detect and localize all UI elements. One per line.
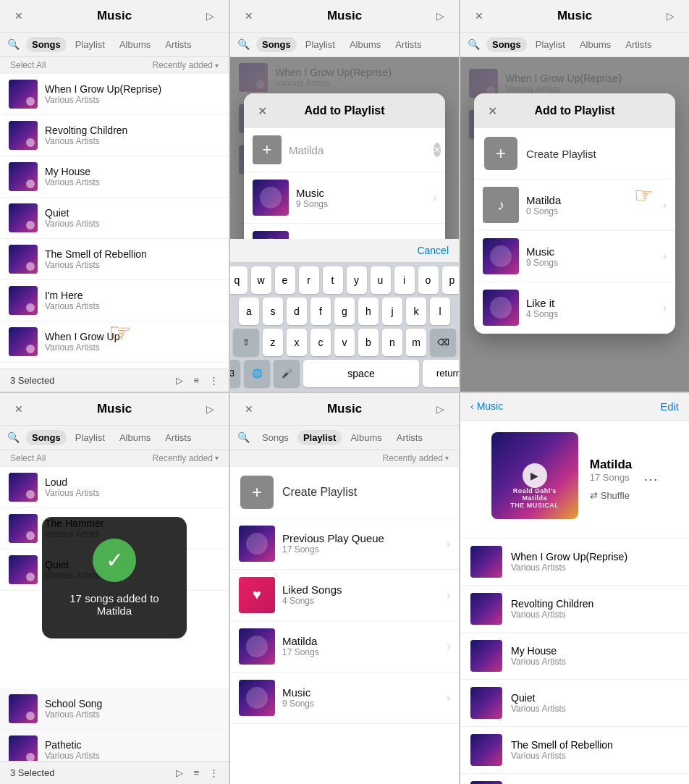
album-play-btn[interactable]: ▶ bbox=[523, 463, 547, 488]
key-i[interactable]: i bbox=[394, 266, 415, 294]
tab-songs[interactable]: Songs bbox=[26, 430, 67, 445]
tab-albums[interactable]: Albums bbox=[344, 430, 387, 445]
back-button[interactable]: ‹ Music bbox=[470, 400, 503, 412]
tab-artists[interactable]: Artists bbox=[391, 430, 428, 445]
tab-songs[interactable]: Songs bbox=[26, 37, 67, 52]
play-next-icon[interactable]: ▷ bbox=[201, 400, 219, 418]
close-icon[interactable]: ✕ bbox=[240, 7, 258, 25]
key-l[interactable]: l bbox=[430, 298, 450, 325]
key-e[interactable]: e bbox=[275, 266, 295, 294]
key-backspace[interactable]: ⌫ bbox=[430, 329, 456, 356]
key-a[interactable]: a bbox=[239, 298, 259, 325]
key-q[interactable]: q bbox=[230, 266, 248, 294]
key-mic[interactable]: 🎤 bbox=[274, 360, 300, 387]
tab-playlist[interactable]: Playlist bbox=[297, 430, 342, 445]
key-r[interactable]: r bbox=[299, 266, 319, 294]
cancel-link[interactable]: Cancel bbox=[417, 245, 449, 256]
key-j[interactable]: j bbox=[382, 298, 402, 325]
key-t[interactable]: t bbox=[323, 266, 343, 294]
tab-albums[interactable]: Albums bbox=[114, 37, 156, 52]
close-icon[interactable]: ✕ bbox=[10, 7, 28, 25]
play-icon[interactable]: ▷ bbox=[176, 375, 183, 386]
play-next-icon[interactable]: ▷ bbox=[201, 7, 219, 25]
more-options-btn[interactable]: ⋯ bbox=[643, 471, 658, 488]
key-d[interactable]: d bbox=[287, 298, 307, 325]
shuffle-button[interactable]: ⇄ Shuffle bbox=[590, 490, 633, 501]
more-icon[interactable]: ⋮ bbox=[209, 767, 219, 778]
input-clear-btn[interactable]: ✕ bbox=[434, 143, 441, 157]
close-icon[interactable]: ✕ bbox=[240, 400, 258, 418]
playlist-name-input[interactable] bbox=[289, 144, 426, 156]
key-w[interactable]: w bbox=[251, 266, 271, 294]
select-all[interactable]: Select All bbox=[10, 60, 46, 70]
song-item[interactable]: When I Grow Up Various Artists bbox=[0, 321, 229, 363]
playlist-item-music[interactable]: Music 9 Songs › bbox=[230, 673, 459, 724]
key-globe[interactable]: 🌐 bbox=[244, 360, 270, 387]
sort-label-5[interactable]: Recently added ▾ bbox=[383, 453, 449, 463]
tab-albums[interactable]: Albums bbox=[574, 37, 617, 52]
search-icon[interactable]: 🔍 bbox=[236, 430, 250, 444]
tab-artists[interactable]: Artists bbox=[620, 37, 657, 52]
key-z[interactable]: z bbox=[263, 329, 283, 356]
song-item[interactable]: School Song Various Artists bbox=[0, 688, 229, 730]
key-c[interactable]: c bbox=[310, 329, 331, 356]
modal-close-btn[interactable]: ✕ bbox=[254, 102, 271, 119]
detail-song-item[interactable]: I'm Here Various Artists bbox=[460, 774, 689, 785]
create-playlist-item[interactable]: + Create Playlist bbox=[230, 467, 459, 518]
song-item[interactable]: Revolting Children Various Artists bbox=[0, 115, 229, 156]
playlist-item-ppq[interactable]: Previous Play Queue 17 Songs › bbox=[230, 518, 459, 570]
add-plus-btn[interactable]: + bbox=[253, 135, 282, 164]
close-icon[interactable]: ✕ bbox=[470, 7, 488, 25]
tab-playlist[interactable]: Playlist bbox=[69, 430, 111, 445]
song-item[interactable]: Quiet Various Artists bbox=[0, 198, 229, 239]
edit-button[interactable]: Edit bbox=[660, 400, 679, 413]
select-all[interactable]: Select All bbox=[10, 453, 46, 463]
playlist-item-likeit[interactable]: Like it 4 Songs › bbox=[474, 282, 675, 334]
tab-albums[interactable]: Albums bbox=[114, 430, 156, 445]
key-m[interactable]: m bbox=[406, 329, 426, 356]
more-icon[interactable]: ⋮ bbox=[209, 375, 219, 386]
key-123[interactable]: 123 bbox=[230, 360, 240, 387]
key-k[interactable]: k bbox=[406, 298, 426, 325]
song-item[interactable]: Pathetic Various Artists bbox=[0, 730, 229, 761]
detail-song-item[interactable]: Revolting Children Various Artists bbox=[460, 586, 689, 633]
key-f[interactable]: f bbox=[310, 298, 331, 325]
playlist-item-music[interactable]: Music 9 Songs › bbox=[474, 231, 675, 282]
playlist-item-liked[interactable]: ♥ Liked Songs 4 Songs › bbox=[230, 570, 459, 621]
search-icon[interactable]: 🔍 bbox=[236, 37, 250, 51]
sort-label[interactable]: Recently added ▾ bbox=[153, 60, 219, 70]
song-item[interactable]: I'm Here Various Artists bbox=[0, 280, 229, 321]
key-b[interactable]: b bbox=[358, 329, 379, 356]
search-icon[interactable]: 🔍 bbox=[6, 37, 20, 51]
key-g[interactable]: g bbox=[334, 298, 355, 325]
playlist-item[interactable]: Like it 4 Songs › bbox=[244, 224, 445, 239]
create-playlist-row[interactable]: + Create Playlist bbox=[474, 128, 675, 180]
key-v[interactable]: v bbox=[334, 329, 355, 356]
key-s[interactable]: s bbox=[263, 298, 283, 325]
tab-albums[interactable]: Albums bbox=[344, 37, 386, 52]
search-icon[interactable]: 🔍 bbox=[466, 37, 481, 51]
tab-playlist[interactable]: Playlist bbox=[530, 37, 571, 52]
playlist-item[interactable]: Music 9 Songs › bbox=[244, 172, 445, 224]
tab-playlist[interactable]: Playlist bbox=[69, 37, 111, 52]
song-item[interactable]: Loud Various Artists bbox=[0, 467, 229, 508]
key-u[interactable]: u bbox=[371, 266, 391, 294]
queue-icon[interactable]: ≡ bbox=[193, 375, 199, 386]
tab-artists[interactable]: Artists bbox=[159, 430, 197, 445]
key-x[interactable]: x bbox=[287, 329, 307, 356]
tab-artists[interactable]: Artists bbox=[389, 37, 427, 52]
key-space[interactable]: space bbox=[303, 360, 419, 387]
play-next-icon[interactable]: ▷ bbox=[431, 400, 449, 418]
tab-songs[interactable]: Songs bbox=[256, 37, 297, 52]
play-next-icon[interactable]: ▷ bbox=[431, 7, 449, 25]
modal-close-btn-3[interactable]: ✕ bbox=[484, 102, 502, 119]
key-y[interactable]: y bbox=[347, 266, 367, 294]
key-o[interactable]: o bbox=[418, 266, 439, 294]
key-shift[interactable]: ⇧ bbox=[233, 329, 259, 356]
tab-artists[interactable]: Artists bbox=[159, 37, 197, 52]
key-return[interactable]: return bbox=[423, 360, 459, 387]
key-n[interactable]: n bbox=[382, 329, 402, 356]
playlist-item-matilda[interactable]: Matilda 17 Songs › bbox=[230, 621, 459, 673]
play-icon[interactable]: ▷ bbox=[176, 767, 183, 778]
song-item[interactable]: When I Grow Up(Reprise) Various Artists bbox=[0, 74, 229, 115]
